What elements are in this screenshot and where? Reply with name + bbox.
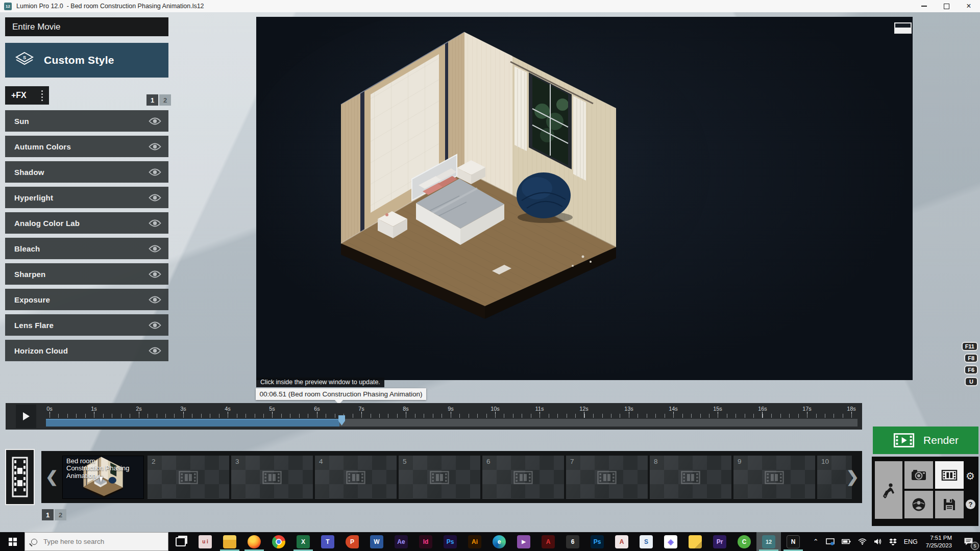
eye-visibility-icon[interactable] [149,117,161,126]
volume-icon[interactable] [870,532,886,551]
clip-2[interactable]: 2 [148,456,229,499]
notion-icon: N [787,535,800,548]
eye-visibility-icon[interactable] [149,346,161,355]
eye-visibility-icon[interactable] [149,193,161,202]
clip-8[interactable]: 8 [650,456,731,499]
effects-page-1[interactable]: 1 [146,94,158,106]
taskbar-app-sketchup[interactable]: S [634,532,658,551]
wifi-icon[interactable] [854,532,870,551]
style-layers-icon: S [14,52,35,69]
language-indicator[interactable]: ENG [900,532,921,551]
movie-clips-button[interactable] [5,449,35,505]
clips-scroll-left-button[interactable]: ❮ [45,468,58,486]
fx-menu-icon[interactable] [41,90,43,101]
movie-mode-button[interactable] [935,461,964,489]
eye-visibility-icon[interactable] [149,168,161,177]
taskbar-app-powerpoint[interactable]: P [340,532,364,551]
taskbar-app-edge[interactable]: e [487,532,511,551]
clip-4[interactable]: 4 [315,456,397,499]
eye-visibility-icon[interactable] [149,142,161,151]
effect-row-horizon-cloud[interactable]: Horizon Cloud [5,340,168,361]
taskbar-app-viewer-6[interactable]: 6 [560,532,585,551]
effect-row-sun[interactable]: Sun [5,110,168,132]
panorama-mode-button[interactable] [904,491,933,518]
restore-button[interactable] [935,0,958,12]
search-input[interactable] [42,537,152,546]
effect-row-exposure[interactable]: Exposure [5,289,168,310]
preview-3d-viewport[interactable] [256,17,913,380]
clip-6[interactable]: 6 [482,456,564,499]
tray-overflow-chevron-icon[interactable]: ⌃ [810,532,822,551]
entire-movie-header[interactable]: Entire Movie [5,17,168,36]
minimize-button[interactable] [913,0,935,12]
taskbar-app-clickup[interactable]: ◈ [658,532,683,551]
taskbar-app-premiere[interactable]: Pr [707,532,732,551]
eye-visibility-icon[interactable] [149,244,161,253]
eye-visibility-icon[interactable] [149,295,161,304]
tick-1s: 1s [91,406,97,412]
effect-row-sharpen[interactable]: Sharpen [5,263,168,285]
effect-row-analog-color-lab[interactable]: Analog Color Lab [5,212,168,234]
taskbar-app-excel[interactable]: X [291,532,315,551]
taskbar-app-task-view[interactable] [168,532,193,551]
clips-page-1[interactable]: 1 [42,509,54,520]
clips-page-2[interactable]: 2 [55,509,66,520]
clip-9[interactable]: 9 [733,456,815,499]
notification-center-button[interactable]: 5 [957,532,980,551]
timeline-panel: 0s 1s 2s 3s 4s 5s 6s 7s 8s 9s 10s 11s 12… [6,403,862,430]
files-save-button[interactable] [935,491,964,518]
taskbar-app-photoshop[interactable]: Ps [585,532,609,551]
taskbar-app-after-effects[interactable]: Ae [389,532,413,551]
taskbar-app-corel[interactable]: C [732,532,756,551]
timeline-track[interactable] [46,419,857,427]
taskbar-app-firefox[interactable] [242,532,266,551]
close-button[interactable]: × [958,0,980,12]
taskbar-app-sticky-notes[interactable] [683,532,707,551]
taskbar-app-acrobat[interactable]: A [536,532,560,551]
start-button[interactable] [0,532,24,551]
effect-row-autumn-colors[interactable]: Autumn Colors [5,136,168,157]
clip-7[interactable]: 7 [566,456,648,499]
taskbar-app-autocad[interactable]: A [609,532,634,551]
add-fx-button[interactable]: +FX [5,86,49,105]
clip-3[interactable]: 3 [231,456,313,499]
clips-scroll-right-button[interactable]: ❯ [846,468,859,486]
taskbar-app-screen-recorder[interactable]: ▶ [511,532,536,551]
custom-style-header[interactable]: S Custom Style [5,43,168,78]
eye-visibility-icon[interactable] [149,219,161,228]
taskbar-clock[interactable]: 7:51 PM 7/25/2023 [921,534,957,549]
taskbar-app-notion[interactable]: N [781,532,805,551]
taskbar-app-illustrator[interactable]: Ai [462,532,487,551]
effect-row-lens-flare[interactable]: Lens Flare [5,314,168,336]
taskbar-app-teams[interactable]: T [315,532,340,551]
taskbar-app-chrome[interactable] [266,532,291,551]
effect-row-bleach[interactable]: Bleach [5,238,168,259]
taskbar-app-lumion[interactable]: 12 [756,532,781,551]
taskbar-app-photoshop-beta[interactable]: Ps [438,532,462,551]
cast-display-icon[interactable] [822,532,838,551]
play-button[interactable] [16,405,36,428]
taskbar-search[interactable] [24,532,168,551]
photo-mode-button[interactable] [904,461,933,489]
clip-5[interactable]: 5 [399,456,480,499]
taskbar-app-indesign[interactable]: Id [413,532,438,551]
dropbox-icon[interactable] [886,532,900,551]
clip-number: 9 [738,458,742,465]
panorama-person-icon [912,497,926,512]
build-mode-button[interactable] [875,461,902,519]
eye-visibility-icon[interactable] [149,270,161,279]
taskbar-app-file-explorer[interactable] [217,532,242,551]
help-icon[interactable]: ? [966,499,975,509]
taskbar-app-hotkey-tool[interactable]: u i [193,532,217,551]
photoshop-icon: Ps [591,535,604,548]
compare-view-icon[interactable] [894,22,912,34]
battery-icon[interactable] [838,532,854,551]
effect-row-shadow[interactable]: Shadow [5,161,168,183]
effect-label: Shadow [14,168,44,177]
effect-row-hyperlight[interactable]: Hyperlight [5,187,168,208]
taskbar-app-word[interactable]: W [364,532,389,551]
render-button[interactable]: Render [873,427,978,454]
settings-gear-icon[interactable]: ⚙ [966,470,975,482]
eye-visibility-icon[interactable] [149,321,161,330]
effects-page-2[interactable]: 2 [159,94,171,106]
